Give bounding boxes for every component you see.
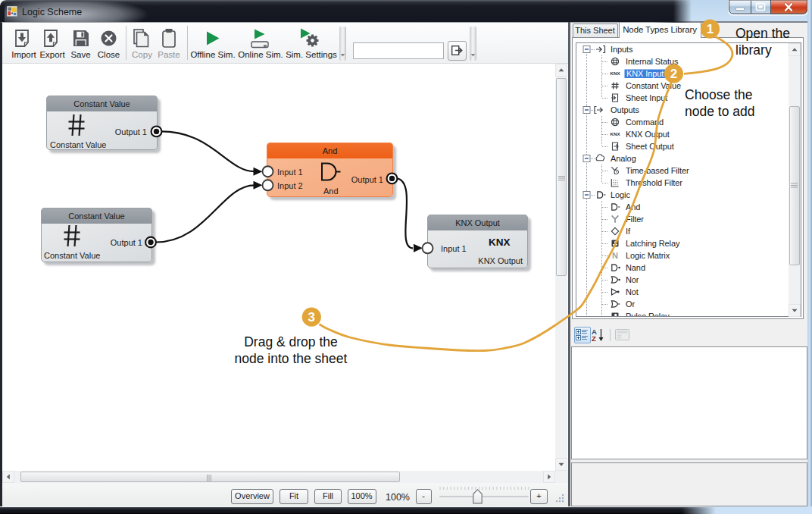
svg-text:Internal Status: Internal Status: [626, 57, 679, 66]
svg-text:Z: Z: [592, 334, 596, 343]
svg-text:Pulse Relay: Pulse Relay: [626, 312, 670, 316]
svg-text:Sheet Output: Sheet Output: [626, 142, 674, 151]
svg-text:KNX: KNX: [610, 71, 620, 75]
svg-text:Logic: Logic: [611, 190, 630, 199]
svg-text:Latching Relay: Latching Relay: [626, 239, 680, 248]
svg-text:Inputs: Inputs: [611, 45, 633, 54]
svg-text:KNX Output: KNX Output: [626, 130, 670, 139]
svg-text:Filter: Filter: [626, 215, 644, 224]
svg-text:Logic Matrix: Logic Matrix: [626, 251, 670, 260]
svg-text:Time-based Filter: Time-based Filter: [626, 166, 689, 175]
svg-text:Analog: Analog: [611, 154, 636, 163]
svg-text:Or: Or: [626, 299, 635, 309]
svg-text:If: If: [626, 227, 631, 236]
svg-text:Sheet Input: Sheet Input: [626, 93, 667, 102]
svg-text:Constant Value: Constant Value: [626, 81, 681, 90]
svg-text:Command: Command: [626, 118, 664, 127]
svg-text:Not: Not: [626, 287, 639, 296]
svg-text:Outputs: Outputs: [611, 105, 639, 114]
svg-text:Nor: Nor: [626, 275, 639, 284]
svg-text:N: N: [612, 251, 618, 260]
svg-text:KNX Input: KNX Input: [626, 69, 664, 78]
svg-text:Threshold Filter: Threshold Filter: [626, 178, 682, 187]
svg-text:KNX: KNX: [610, 132, 620, 136]
svg-text:And: And: [626, 202, 640, 212]
svg-text:Nand: Nand: [626, 263, 645, 272]
